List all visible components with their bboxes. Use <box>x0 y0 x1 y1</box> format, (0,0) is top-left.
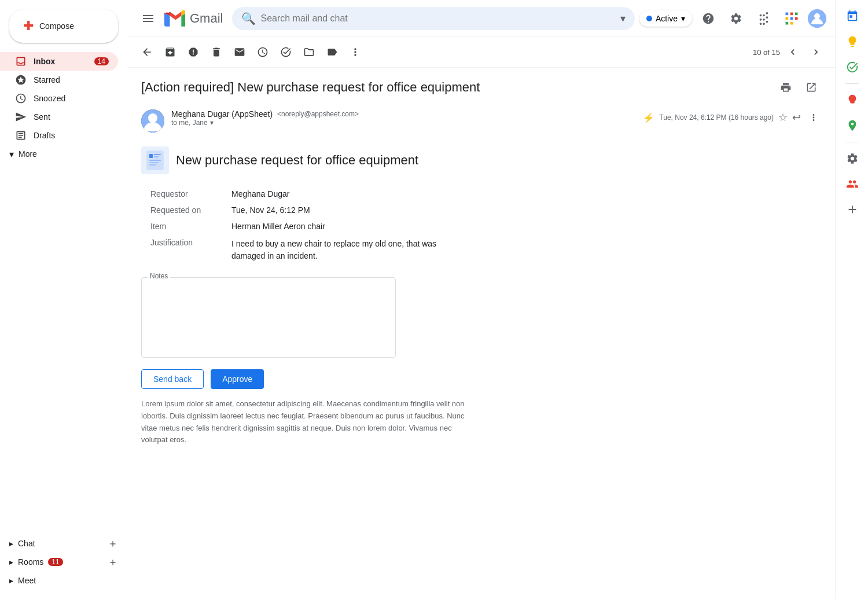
right-panel <box>836 0 868 599</box>
svg-rect-1 <box>790 12 793 15</box>
svg-rect-3 <box>786 17 789 20</box>
item-row: Item Herman Miller Aeron chair <box>150 218 822 234</box>
right-panel-keep-icon[interactable] <box>841 30 864 53</box>
drafts-label: Drafts <box>34 131 55 140</box>
google-apps-button[interactable] <box>780 7 803 30</box>
rooms-badge: 11 <box>48 558 62 566</box>
add-task-button[interactable] <box>275 42 296 63</box>
justification-row: Justification I need to buy a new chair … <box>150 234 822 266</box>
email-toolbar: 10 of 15 <box>127 37 836 68</box>
compose-label: Compose <box>39 21 74 31</box>
right-panel-collab-icon[interactable] <box>841 172 864 196</box>
right-panel-settings2-icon[interactable] <box>841 147 864 170</box>
mark-unread-button[interactable] <box>229 42 250 63</box>
print-button[interactable] <box>775 77 796 98</box>
requestor-row: Requestor Meghana Dugar <box>150 186 822 202</box>
svg-rect-2 <box>795 12 798 15</box>
next-email-button[interactable] <box>806 42 826 63</box>
notes-textarea[interactable] <box>149 285 388 348</box>
svg-rect-6 <box>786 21 789 24</box>
right-panel-contacts-icon[interactable] <box>841 89 864 112</box>
topbar-right: Active ▾ <box>639 7 826 30</box>
add-chat-icon[interactable]: ＋ <box>108 536 118 550</box>
right-panel-add-icon[interactable] <box>841 198 864 221</box>
main-area: Gmail 🔍 ▾ Active ▾ <box>127 0 836 599</box>
to-text: to me, Jane <box>171 119 208 127</box>
hamburger-menu-button[interactable] <box>137 7 160 30</box>
right-panel-maps-icon[interactable] <box>841 114 864 137</box>
snoozed-label: Snoozed <box>34 94 65 103</box>
back-button[interactable] <box>137 42 157 63</box>
svg-rect-0 <box>786 12 789 15</box>
request-table: Requestor Meghana Dugar Requested on Tue… <box>150 186 822 266</box>
sender-to: to me, Jane ▾ <box>171 119 636 127</box>
chevron-right-icon: ▸ <box>9 539 13 548</box>
label-button[interactable] <box>322 42 343 63</box>
chevron-right-icon-rooms: ▸ <box>9 557 13 567</box>
compose-button[interactable]: ✚ Compose <box>9 9 118 43</box>
active-status-button[interactable]: Active ▾ <box>639 10 692 27</box>
svg-rect-16 <box>149 160 161 161</box>
search-dropdown-icon[interactable]: ▾ <box>620 12 626 25</box>
notes-label: Notes <box>148 272 170 280</box>
sidebar-item-inbox[interactable]: Inbox 14 <box>0 52 118 71</box>
svg-rect-7 <box>790 21 793 24</box>
notes-box: Notes <box>141 277 396 358</box>
right-panel-divider <box>845 83 859 84</box>
right-panel-tasks-icon[interactable] <box>841 56 864 79</box>
apps-button[interactable] <box>752 7 775 30</box>
search-bar[interactable]: 🔍 ▾ <box>232 7 634 30</box>
sent-label: Sent <box>34 112 50 122</box>
approve-button[interactable]: Approve <box>211 369 264 389</box>
more-email-options-button[interactable] <box>806 109 822 126</box>
email-area: 10 of 15 [Action required] New purchase … <box>127 37 836 599</box>
snooze-icon <box>15 93 27 104</box>
item-label: Item <box>150 222 231 231</box>
svg-rect-17 <box>149 162 159 163</box>
more-options-button[interactable] <box>345 42 366 63</box>
sidebar-item-drafts[interactable]: Drafts <box>0 126 118 145</box>
user-avatar[interactable] <box>808 9 826 28</box>
star-email-icon[interactable]: ☆ <box>778 111 788 124</box>
open-in-new-button[interactable] <box>801 77 822 98</box>
move-to-button[interactable] <box>299 42 319 63</box>
star-icon <box>15 74 27 86</box>
sidebar-item-starred[interactable]: Starred <box>0 71 118 89</box>
sidebar-item-sent[interactable]: Sent <box>0 108 118 126</box>
prev-email-button[interactable] <box>782 42 803 63</box>
chat-label: Chat <box>18 539 35 548</box>
add-rooms-icon[interactable]: ＋ <box>108 555 118 569</box>
requestor-label: Requestor <box>150 189 231 199</box>
reply-icon[interactable]: ↩ <box>792 111 801 124</box>
svg-rect-5 <box>795 17 798 20</box>
svg-rect-14 <box>154 154 161 155</box>
sender-info: Meghana Dugar (AppSheet) <noreply@appshe… <box>171 109 636 127</box>
gmail-logo: Gmail <box>164 10 223 27</box>
sidebar-more[interactable]: ▾ More <box>0 145 127 163</box>
lightning-icon: ⚡ <box>643 112 654 123</box>
snooze-email-button[interactable] <box>252 42 273 63</box>
delete-button[interactable] <box>206 42 227 63</box>
archive-button[interactable] <box>160 42 181 63</box>
sent-icon <box>15 111 27 123</box>
help-button[interactable] <box>697 7 720 30</box>
drafts-icon <box>15 130 27 141</box>
report-spam-button[interactable] <box>183 42 204 63</box>
search-icon: 🔍 <box>241 12 256 25</box>
search-input[interactable] <box>260 13 615 24</box>
requested-on-value: Tue, Nov 24, 6:12 PM <box>231 205 310 215</box>
to-dropdown-icon[interactable]: ▾ <box>210 119 214 127</box>
sidebar-chat[interactable]: ▸ Chat ＋ <box>0 534 127 553</box>
appsheet-email-title: New purchase request for office equipmen… <box>176 153 418 168</box>
settings-button[interactable] <box>724 7 748 30</box>
pagination: 10 of 15 <box>753 42 826 63</box>
sender-name: Meghana Dugar (AppSheet) <box>171 109 273 119</box>
email-subject: [Action required] New purchase request f… <box>141 80 775 95</box>
active-label: Active <box>656 14 678 23</box>
sidebar-item-snoozed[interactable]: Snoozed <box>0 89 118 108</box>
email-header: Meghana Dugar (AppSheet) <noreply@appshe… <box>141 105 822 137</box>
sidebar-rooms[interactable]: ▸ Rooms 11 ＋ <box>0 553 127 571</box>
sidebar-meet[interactable]: ▸ Meet <box>0 571 127 590</box>
send-back-button[interactable]: Send back <box>141 369 204 389</box>
right-panel-calendar-icon[interactable] <box>841 5 864 28</box>
